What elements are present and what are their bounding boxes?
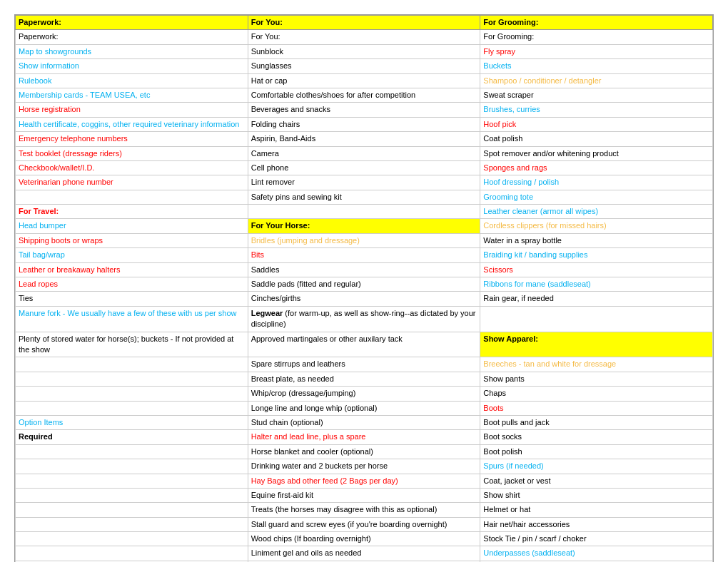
table-row: Tail bag/wrapBitsBraiding kit / banding … bbox=[16, 248, 713, 262]
table-row: Option ItemsStud chain (optional)Boot pu… bbox=[16, 415, 713, 429]
cell-r7-c3: Coat polish bbox=[480, 132, 713, 146]
cell-r11-c2: Safety pins and sewing kit bbox=[248, 190, 480, 204]
table-row: Head bumperFor Your Horse:Cordless clipp… bbox=[16, 219, 713, 233]
cell-r30-c2: Equine first-aid kit bbox=[248, 488, 480, 502]
table-row: Safety pins and sewing kitGrooming tote bbox=[16, 190, 713, 204]
cell-r32-c3: Hair net/hair accessories bbox=[480, 517, 713, 531]
cell-r31-c1 bbox=[16, 503, 248, 517]
table-row: Plenty of stored water for horse(s); buc… bbox=[16, 332, 713, 357]
cell-r29-c3: Coat, jacket or vest bbox=[480, 474, 713, 488]
table-row: Horse blanket and cooler (optional)Boot … bbox=[16, 444, 713, 459]
cell-r5-c1: Horse registration bbox=[16, 103, 248, 117]
cell-r29-c1 bbox=[16, 474, 248, 488]
table-row: Wood chips (If boarding overnight)Stock … bbox=[16, 532, 713, 546]
cell-r1-c2: Sunblock bbox=[248, 44, 480, 58]
cell-r31-c3: Helmet or hat bbox=[480, 503, 713, 517]
header-cell-1: Paperwork: bbox=[16, 16, 248, 30]
table-row: Spare stirrups and leathersBreeches - ta… bbox=[16, 357, 713, 372]
cell-r33-c1 bbox=[16, 532, 248, 546]
table-row: Map to showgroundsSunblockFly spray bbox=[16, 44, 713, 58]
table-row: Whip/crop (dressage/jumping)Chaps bbox=[16, 387, 713, 401]
cell-r3-c2: Hat or cap bbox=[248, 73, 480, 88]
cell-r9-c2: Cell phone bbox=[248, 160, 480, 175]
cell-r24-c3: Boots bbox=[480, 401, 713, 415]
cell-r16-c2: Saddles bbox=[248, 262, 480, 277]
cell-r33-c2: Wood chips (If boarding overnight) bbox=[248, 532, 480, 546]
packing-list-table: Paperwork:For You:For Grooming:Paperwork… bbox=[15, 15, 713, 562]
cell-r8-c1: Test booklet (dressage riders) bbox=[16, 146, 248, 160]
cell-r24-c2: Longe line and longe whip (optional) bbox=[248, 401, 480, 415]
cell-r12-c1: For Travel: bbox=[16, 205, 248, 219]
cell-r7-c2: Aspirin, Band-Aids bbox=[248, 132, 480, 146]
cell-r18-c3: Rain gear, if needed bbox=[480, 292, 713, 306]
cell-r18-c2: Cinches/girths bbox=[248, 292, 480, 306]
cell-r26-c3: Boot socks bbox=[480, 430, 713, 444]
cell-r10-c1: Veterinarian phone number bbox=[16, 175, 248, 190]
table-row: Drinking water and 2 buckets per horseSp… bbox=[16, 459, 713, 474]
cell-r16-c3: Scissors bbox=[480, 262, 713, 277]
cell-r10-c2: Lint remover bbox=[248, 175, 480, 190]
table-row: RulebookHat or capShampoo / conditioner … bbox=[16, 73, 713, 88]
cell-r3-c3: Shampoo / conditioner / detangler bbox=[480, 73, 713, 88]
cell-r13-c2: For Your Horse: bbox=[248, 219, 480, 233]
cell-r25-c2: Stud chain (optional) bbox=[248, 415, 480, 429]
cell-r2-c1: Show information bbox=[16, 59, 248, 73]
table-row: Liniment gel and oils as neededUnderpass… bbox=[16, 546, 713, 561]
cell-r28-c3: Spurs (if needed) bbox=[480, 459, 713, 474]
cell-r21-c2: Spare stirrups and leathers bbox=[248, 357, 480, 372]
cell-r29-c2: Hay Bags abd other feed (2 Bags per day) bbox=[248, 474, 480, 488]
cell-r34-c1 bbox=[16, 546, 248, 561]
cell-r34-c2: Liniment gel and oils as needed bbox=[248, 546, 480, 561]
cell-r15-c3: Braiding kit / banding supplies bbox=[480, 248, 713, 262]
cell-r11-c1 bbox=[16, 190, 248, 204]
cell-r33-c3: Stock Tie / pin / scarf / choker bbox=[480, 532, 713, 546]
table-row: Shipping boots or wrapsBridles (jumping … bbox=[16, 233, 713, 247]
cell-r20-c3: Show Apparel: bbox=[480, 332, 713, 357]
table-row: Membership cards - TEAM USEA, etcComfort… bbox=[16, 88, 713, 102]
cell-r9-c1: Checkbook/wallet/I.D. bbox=[16, 160, 248, 175]
cell-r21-c1 bbox=[16, 357, 248, 372]
cell-r4-c3: Sweat scraper bbox=[480, 88, 713, 102]
cell-r15-c2: Bits bbox=[248, 248, 480, 262]
cell-r32-c1 bbox=[16, 517, 248, 531]
cell-r14-c2: Bridles (jumping and dressage) bbox=[248, 233, 480, 247]
cell-r24-c1 bbox=[16, 401, 248, 415]
table-row: Longe line and longe whip (optional)Boot… bbox=[16, 401, 713, 415]
cell-r26-c2: Halter and lead line, plus a spare bbox=[248, 430, 480, 444]
table-row: Breast plate, as neededShow pants bbox=[16, 372, 713, 386]
cell-r4-c1: Membership cards - TEAM USEA, etc bbox=[16, 88, 248, 102]
table-row: Hay Bags abd other feed (2 Bags per day)… bbox=[16, 474, 713, 488]
table-row: RequiredHalter and lead line, plus a spa… bbox=[16, 430, 713, 444]
cell-r5-c2: Beverages and snacks bbox=[248, 103, 480, 117]
cell-r27-c3: Boot polish bbox=[480, 444, 713, 459]
cell-r20-c2: Approved martingales or other auxilary t… bbox=[248, 332, 480, 357]
cell-r2-c3: Buckets bbox=[480, 59, 713, 73]
cell-r0-c2: For You: bbox=[248, 30, 480, 44]
cell-r17-c2: Saddle pads (fitted and regular) bbox=[248, 277, 480, 292]
cell-r23-c1 bbox=[16, 387, 248, 401]
table-row: TiesCinches/girthsRain gear, if needed bbox=[16, 292, 713, 306]
cell-r28-c1 bbox=[16, 459, 248, 474]
cell-r6-c1: Health certificate, coggins, other requi… bbox=[16, 117, 248, 131]
cell-r32-c2: Stall guard and screw eyes (if you're bo… bbox=[248, 517, 480, 531]
cell-r21-c3: Breeches - tan and white for dressage bbox=[480, 357, 713, 372]
table-row: Checkbook/wallet/I.D.Cell phoneSponges a… bbox=[16, 160, 713, 175]
cell-r2-c2: Sunglasses bbox=[248, 59, 480, 73]
header-cell-2: For You: bbox=[248, 16, 480, 30]
cell-r17-c3: Ribbons for mane (saddleseat) bbox=[480, 277, 713, 292]
cell-r8-c2: Camera bbox=[248, 146, 480, 160]
cell-r23-c3: Chaps bbox=[480, 387, 713, 401]
cell-r6-c2: Folding chairs bbox=[248, 117, 480, 131]
cell-r30-c3: Show shirt bbox=[480, 488, 713, 502]
table-row: Paperwork:For You:For Grooming: bbox=[16, 30, 713, 44]
table-row: Test booklet (dressage riders)CameraSpot… bbox=[16, 146, 713, 160]
table-row: Lead ropesSaddle pads (fitted and regula… bbox=[16, 277, 713, 292]
cell-r22-c2: Breast plate, as needed bbox=[248, 372, 480, 386]
cell-r0-c3: For Grooming: bbox=[480, 30, 713, 44]
cell-r4-c2: Comfortable clothes/shoes for after comp… bbox=[248, 88, 480, 102]
cell-r27-c2: Horse blanket and cooler (optional) bbox=[248, 444, 480, 459]
cell-r14-c1: Shipping boots or wraps bbox=[16, 233, 248, 247]
cell-r8-c3: Spot remover and/or whitening product bbox=[480, 146, 713, 160]
cell-r9-c3: Sponges and rags bbox=[480, 160, 713, 175]
cell-r22-c3: Show pants bbox=[480, 372, 713, 386]
